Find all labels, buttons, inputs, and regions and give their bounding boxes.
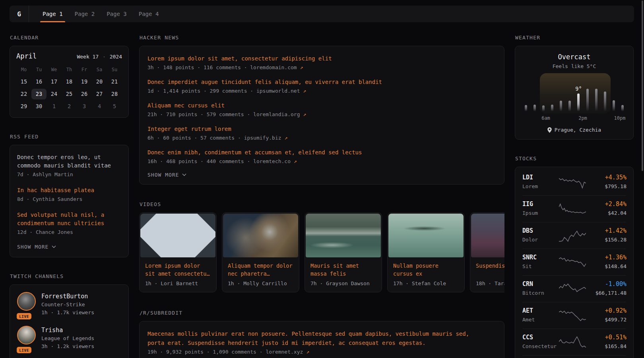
stock-row[interactable]: LDI Lorem +4.35% $795.18 <box>522 169 626 196</box>
channel-name[interactable]: Trisha <box>41 326 94 335</box>
stock-change: +0.51% <box>586 333 627 342</box>
video-body: Nullam posuere cursus ex 17h · Stefan Co… <box>388 257 464 291</box>
weather-condition: Overcast <box>522 53 627 61</box>
stock-id: CRN Bitcorn <box>522 280 559 297</box>
video-title[interactable]: Aliquam tempor dolor nec pharetra… <box>228 262 293 278</box>
hn-item-title[interactable]: Lorem ipsum dolor sit amet, consectetur … <box>147 54 496 63</box>
stock-ticker: LDI <box>522 173 559 182</box>
stock-row[interactable]: AHS +0.46% <box>522 356 626 358</box>
stock-ticker: AET <box>522 307 559 315</box>
time-label: 10pm <box>614 115 626 121</box>
stock-values: -1.00% $66,171.48 <box>586 280 627 297</box>
rss-item-title[interactable]: Sed volutpat nulla nisl, a condimentum n… <box>17 211 121 228</box>
calendar-separator: · <box>102 54 107 60</box>
hn-show-more-button[interactable]: SHOW MORE <box>147 172 496 178</box>
calendar-day: 30 <box>31 101 47 112</box>
video-title[interactable]: Lorem ipsum dolor sit amet consectetu… <box>145 262 211 278</box>
external-link-icon[interactable]: ↗ <box>294 158 297 164</box>
weather-widget: Overcast Feels like 5°C 9° 6am 2pm 10pm … <box>515 46 634 140</box>
rss-show-more-button[interactable]: SHOW MORE <box>17 244 121 250</box>
stock-row[interactable]: DBS Dolor +1.42% $156.28 <box>522 222 626 249</box>
channel-name[interactable]: ForrestBurton <box>41 292 94 301</box>
calendar-widget: April Week 17 · 2024 MoTuWeThFrSaSu15161… <box>10 46 129 118</box>
hackernews-section-label: HACKER NEWS <box>140 35 504 41</box>
scrollbar-thumb[interactable] <box>642 0 643 171</box>
stock-price: $148.64 <box>586 263 627 270</box>
tab-page-3[interactable]: Page 3 <box>103 6 131 22</box>
hn-item-title[interactable]: Integer eget rutrum lorem <box>147 125 496 133</box>
stock-row[interactable]: CCS Consectetur +0.51% $165.84 <box>522 329 626 356</box>
external-link-icon[interactable]: ↗ <box>306 349 309 355</box>
location-pin-icon <box>547 127 552 133</box>
external-link-icon[interactable]: ↗ <box>303 111 306 117</box>
rss-item-meta: 7d · Ashlyn Martin <box>17 170 121 179</box>
dashboard-content: CALENDAR April Week 17 · 2024 MoTuWeThFr… <box>0 35 644 358</box>
twitch-channel[interactable]: LIVE Trisha League of Legends 3h · 1.2k … <box>17 326 121 350</box>
hn-item-meta: 1d · 1,414 points · 299 comments · ipsum… <box>147 87 496 95</box>
show-more-label: SHOW MORE <box>17 244 48 250</box>
video-title[interactable]: Mauris sit amet massa felis <box>310 262 376 278</box>
rss-item-title[interactable]: In hac habitasse platea <box>17 186 121 195</box>
hn-meta-text: 1d · 1,414 points · 299 comments · ipsum… <box>147 88 300 94</box>
reddit-post-title[interactable]: Maecenas mollis pulvinar erat non posuer… <box>147 329 473 348</box>
weather-bar <box>604 91 606 111</box>
video-card[interactable]: Suspendisse diam 18h · Tara <box>470 212 504 292</box>
calendar-day: 4 <box>92 101 107 112</box>
video-meta: 18h · Tara <box>476 280 504 286</box>
hn-item-meta: 3h · 148 points · 116 comments · loremdo… <box>147 63 496 72</box>
chevron-down-icon <box>182 173 186 176</box>
tab-page-2[interactable]: Page 2 <box>71 6 99 22</box>
stock-name: Sit <box>522 263 559 270</box>
subreddit-widget: Maecenas mollis pulvinar erat non posuer… <box>139 321 504 358</box>
video-card[interactable]: Aliquam tempor dolor nec pharetra… 1h · … <box>222 212 299 292</box>
channel-viewers: 1h · 1.7k viewers <box>41 309 94 317</box>
weather-bar <box>586 89 589 111</box>
calendar-day: 15 <box>16 76 31 87</box>
calendar-weekday: Tu <box>31 66 47 75</box>
stock-values: +0.92% $499.72 <box>586 307 627 324</box>
video-thumbnail[interactable] <box>223 214 298 257</box>
stock-sparkline <box>559 282 586 296</box>
hn-item-title[interactable]: Donec enim nibh, condimentum et accumsan… <box>147 148 496 157</box>
video-thumbnail[interactable] <box>140 214 215 257</box>
hn-meta-text: 21h · 710 points · 579 comments · loreml… <box>147 111 300 117</box>
stock-name: Consectetur <box>522 342 559 350</box>
hn-item-title[interactable]: Aliquam nec cursus elit <box>147 101 496 110</box>
video-thumbnail[interactable] <box>388 214 464 257</box>
tab-page-1[interactable]: Page 1 <box>39 6 67 22</box>
stock-ticker: DBS <box>522 227 559 235</box>
avatar: LIVE <box>17 326 36 350</box>
video-thumbnail[interactable] <box>306 214 381 257</box>
app-logo[interactable]: G <box>10 6 29 22</box>
external-link-icon[interactable]: ↗ <box>300 64 303 70</box>
rss-item-title[interactable]: Donec tempor eros leo, ut commodo mauris… <box>17 153 121 170</box>
external-link-icon[interactable]: ↗ <box>303 88 306 94</box>
stock-row[interactable]: AET Amet +0.92% $499.72 <box>522 302 626 329</box>
weather-bar-current: 9° <box>577 93 580 111</box>
calendar-weekday: We <box>47 66 62 75</box>
video-card[interactable]: Lorem ipsum dolor sit amet consectetu… 1… <box>139 212 217 292</box>
calendar-header: April Week 17 · 2024 <box>16 52 122 60</box>
hn-item: Donec imperdiet augue tincidunt felis al… <box>147 78 496 95</box>
stock-row[interactable]: IIG Ipsum +2.84% $42.04 <box>522 196 626 222</box>
weather-location[interactable]: Prague, Czechia <box>522 127 627 133</box>
hn-item-title[interactable]: Donec imperdiet augue tincidunt felis al… <box>147 78 496 86</box>
external-link-icon[interactable]: ↗ <box>284 135 287 141</box>
calendar-day: 18 <box>62 76 77 87</box>
stock-row[interactable]: SNRC Sit +1.36% $148.64 <box>522 249 626 276</box>
calendar-month: April <box>16 52 37 60</box>
weather-bar <box>551 105 553 111</box>
calendar-day: 23 <box>31 89 47 99</box>
video-title[interactable]: Nullam posuere cursus ex <box>393 262 459 278</box>
calendar-day: 21 <box>107 76 122 87</box>
tab-page-4[interactable]: Page 4 <box>135 6 163 22</box>
weather-feels-like: Feels like 5°C <box>522 63 627 69</box>
video-thumbnail[interactable] <box>471 214 504 257</box>
rss-item-meta: 12d · Chance Jones <box>17 228 121 236</box>
right-column: WEATHER Overcast Feels like 5°C 9° 6am 2… <box>515 35 634 358</box>
video-card[interactable]: Mauris sit amet massa felis 7h · Grayson… <box>305 212 382 292</box>
video-card[interactable]: Nullam posuere cursus ex 17h · Stefan Co… <box>387 212 465 292</box>
twitch-channel[interactable]: LIVE ForrestBurton Counter-Strike 1h · 1… <box>17 292 121 317</box>
video-title[interactable]: Suspendisse diam <box>476 262 504 278</box>
stock-row[interactable]: CRN Bitcorn -1.00% $66,171.48 <box>522 276 626 302</box>
